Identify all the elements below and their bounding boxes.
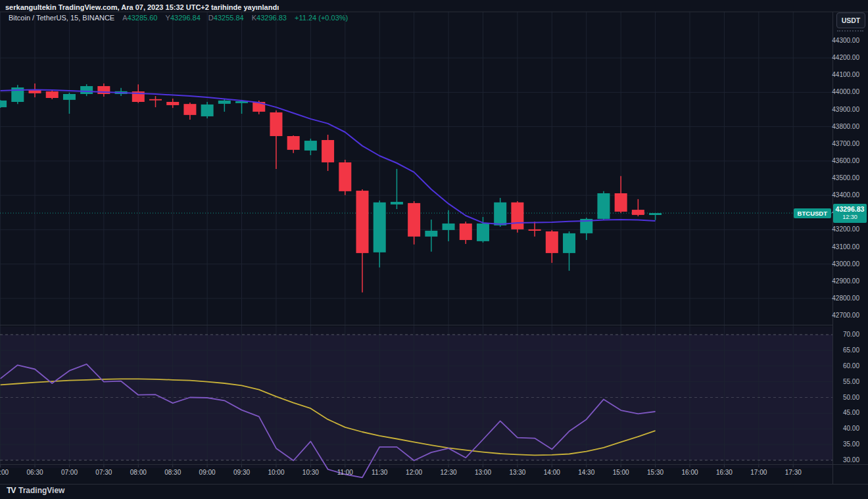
candle-body	[477, 224, 489, 241]
candle-body	[46, 91, 59, 98]
rsi-axis-label: 60.00	[843, 362, 859, 370]
open-value: 43285.60	[128, 14, 158, 22]
close-value: 43296.83	[256, 14, 287, 22]
candle-body	[597, 193, 610, 219]
currency-toggle-button[interactable]: USDT	[836, 12, 865, 28]
time-axis-label: 12:00	[406, 469, 422, 476]
time-axis-label: 09:30	[233, 469, 250, 476]
price-axis-label: 42700.00	[832, 312, 859, 320]
time-axis-label: 16:00	[681, 469, 698, 476]
candle-body	[511, 202, 523, 229]
price-axis-label: 43700.00	[832, 140, 859, 148]
high-label: Y	[166, 14, 170, 22]
candle-body	[270, 112, 282, 136]
rsi-axis-label: 65.00	[843, 346, 859, 354]
candle-body	[443, 224, 455, 230]
candle-body	[287, 136, 300, 150]
tradingview-branding[interactable]: TV TradingView	[7, 486, 64, 495]
candle-body	[304, 141, 317, 151]
time-axis-label: 17:30	[785, 469, 802, 476]
price-axis-label: 42800.00	[832, 295, 859, 302]
time-axis-label: 06:00	[0, 469, 9, 476]
candle-body	[149, 99, 162, 101]
price-axis-label: 43600.00	[832, 157, 859, 165]
time-axis-label: 15:30	[647, 469, 663, 476]
time-axis-label: 09:00	[199, 469, 216, 476]
candle-body	[339, 162, 351, 191]
candle-body	[391, 202, 403, 204]
chart-canvas[interactable]	[0, 0, 868, 499]
candle-body	[615, 193, 627, 212]
price-axis-label: 44100.00	[832, 71, 859, 79]
candle-body	[0, 101, 7, 107]
close-label: K	[252, 14, 256, 22]
candle-body	[649, 213, 662, 215]
price-axis-label: 44300.00	[832, 37, 859, 45]
candle-body	[322, 140, 334, 162]
time-axis-label: 10:00	[268, 469, 284, 476]
symbol-price-pill: BTCUSDT	[794, 208, 831, 218]
rsi-axis-label: 70.00	[843, 331, 859, 339]
symbol-title: Bitcoin / TetherUS, 15, BINANCE	[9, 14, 114, 22]
price-axis-label: 44000.00	[832, 88, 859, 96]
candle-body	[166, 102, 179, 105]
high-value: 43296.84	[170, 14, 201, 22]
price-axis-label: 43200.00	[832, 226, 859, 233]
candle-body	[218, 101, 231, 104]
low-value: 43255.84	[214, 14, 244, 22]
candle-body	[425, 231, 437, 237]
time-axis-label: 13:00	[475, 469, 491, 476]
price-axis-label: 43500.00	[832, 174, 859, 182]
time-axis-label: 17:00	[750, 469, 767, 476]
low-label: D	[208, 14, 214, 22]
candle-body	[494, 202, 506, 226]
price-chart-svg	[0, 0, 868, 499]
price-axis-label: 43900.00	[832, 106, 859, 114]
price-axis-label: 43100.00	[832, 243, 859, 251]
time-axis-label: 08:30	[164, 469, 181, 476]
candle-body	[356, 191, 369, 253]
candle-body	[97, 86, 110, 94]
rsi-axis-label: 50.00	[843, 394, 859, 402]
last-price-value: 43296.83	[833, 205, 867, 214]
candle-body	[529, 229, 541, 231]
time-axis-label: 10:30	[302, 469, 319, 476]
tradingview-logo-icon: TV	[7, 486, 15, 495]
last-price-badge: 43296.83 12:30	[833, 204, 867, 223]
rsi-axis-label: 35.00	[843, 440, 859, 448]
time-axis-label: 07:00	[61, 469, 78, 476]
open-label: A	[122, 14, 127, 22]
time-axis-label: 11:00	[337, 469, 353, 476]
time-axis-label: 07:30	[95, 469, 112, 476]
time-axis-label: 13:30	[509, 469, 525, 476]
candle-body	[460, 224, 472, 240]
change-value: +11.24 (+0.03%)	[295, 14, 348, 22]
time-axis-label: 16:30	[716, 469, 733, 476]
price-axis-label: 42900.00	[832, 277, 859, 285]
price-axis-label: 43800.00	[832, 123, 859, 131]
candle-body	[546, 231, 558, 253]
time-axis-label: 14:00	[544, 469, 560, 476]
candle-body	[632, 210, 644, 215]
candle-body	[408, 203, 420, 237]
tradingview-brand-text: TradingView	[18, 486, 64, 495]
time-axis-label: 11:30	[372, 469, 387, 476]
candle-body	[201, 105, 214, 116]
rsi-axis-label: 30.00	[843, 456, 859, 464]
time-axis-label: 14:30	[578, 469, 594, 476]
candle-body	[80, 86, 93, 94]
price-scale-dots-icon	[837, 30, 863, 32]
bar-countdown: 12:30	[833, 214, 867, 221]
rsi-axis-label: 45.00	[843, 409, 859, 417]
time-axis-label: 15:00	[613, 469, 629, 476]
time-axis-label: 06:30	[27, 469, 43, 476]
price-axis-label: 43000.00	[832, 260, 859, 268]
candle-body	[563, 233, 575, 253]
candle-body	[63, 94, 76, 100]
rsi-axis-label: 40.00	[843, 425, 859, 433]
price-axis-label: 44200.00	[832, 54, 859, 62]
candle-body	[374, 202, 386, 252]
symbol-legend[interactable]: Bitcoin / TetherUS, 15, BINANCE A43285.6…	[9, 14, 348, 22]
price-axis-label: 43400.00	[832, 191, 859, 199]
time-axis-label: 08:00	[130, 469, 147, 476]
